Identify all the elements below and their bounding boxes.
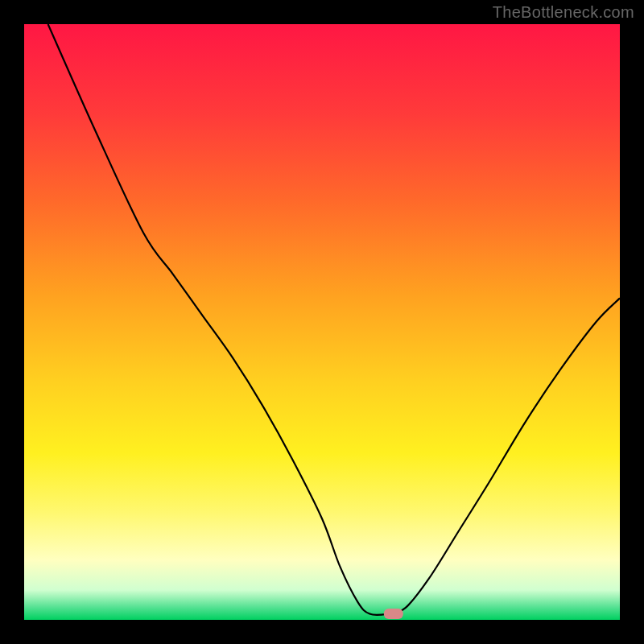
bottleneck-chart: TheBottleneck.com [0,0,644,644]
optimal-point-marker [384,609,403,619]
chart-gradient-background [24,24,620,620]
watermark-text: TheBottleneck.com [493,3,634,22]
chart-svg [0,0,644,644]
